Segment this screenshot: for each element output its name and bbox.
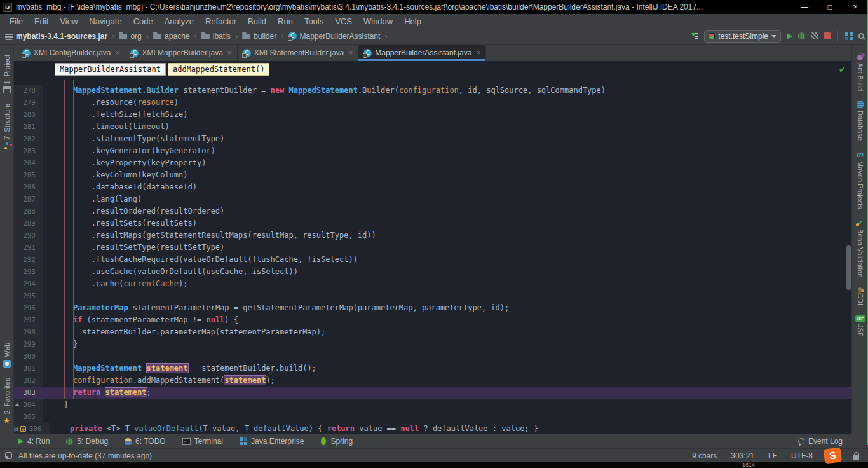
code-line[interactable]: 280 .fetchSize(fetchSize): [14, 109, 851, 121]
toolwindow-button-cdi[interactable]: CDI: [857, 287, 864, 305]
menu-analyze[interactable]: Analyze: [159, 15, 200, 27]
run-button[interactable]: [787, 33, 792, 39]
code-line[interactable]: 284 .keyProperty(keyProperty): [14, 157, 851, 169]
code-line[interactable]: 303 return statement;: [14, 387, 851, 399]
breadcrumb-apache[interactable]: apache: [152, 31, 191, 41]
gutter[interactable]: 299: [14, 338, 43, 350]
menu-run[interactable]: Run: [272, 15, 299, 27]
gutter[interactable]: @+306: [14, 423, 50, 434]
menu-vcs[interactable]: VCS: [329, 15, 358, 27]
gutter[interactable]: 302: [14, 375, 43, 387]
gutter[interactable]: 285: [14, 169, 43, 181]
code-line[interactable]: 282 .statementType(statementType): [14, 133, 851, 145]
gutter[interactable]: 298: [14, 326, 43, 338]
close-icon[interactable]: ×: [476, 48, 480, 57]
maximize-button[interactable]: □: [817, 0, 843, 14]
code-line[interactable]: 287 .lang(lang): [14, 193, 851, 205]
toolwindow-button-spring[interactable]: Spring: [320, 437, 353, 446]
toolwindow-button-database[interactable]: Database: [857, 101, 864, 141]
code-line[interactable]: 294 .cache(currentCache);: [14, 278, 851, 290]
code-line[interactable]: 285 .keyColumn(keyColumn): [14, 169, 851, 181]
gutter[interactable]: 280: [14, 109, 43, 121]
search-everywhere-icon[interactable]: [858, 33, 864, 39]
toolwindow-button-terminal[interactable]: Terminal: [182, 437, 223, 446]
gutter[interactable]: 278: [14, 85, 43, 97]
sogou-ime-badge[interactable]: S: [824, 448, 842, 464]
tab-xmlmapperbuilder-java[interactable]: XMLMapperBuilder.java×: [125, 45, 237, 61]
menu-code[interactable]: Code: [128, 15, 159, 27]
gutter[interactable]: 288: [14, 205, 43, 217]
gutter[interactable]: 305: [14, 411, 43, 423]
toolwindow-button-4-run[interactable]: 4: Run: [18, 437, 50, 446]
gutter[interactable]: 279: [14, 97, 43, 109]
code-line[interactable]: 289 .resultSets(resultSets): [14, 217, 851, 230]
toolwindow-button-web[interactable]: Web: [3, 343, 11, 367]
gutter[interactable]: 282: [14, 133, 43, 145]
menu-view[interactable]: View: [54, 15, 83, 27]
code-line[interactable]: 283 .keyGenerator(keyGenerator): [14, 145, 851, 157]
code-line[interactable]: 304 }: [14, 399, 851, 411]
encoding-widget[interactable]: UTF-8: [791, 451, 813, 460]
toolwindow-switcher-icon[interactable]: [5, 452, 12, 459]
breadcrumb-mapperbuilderassistant[interactable]: MapperBuilderAssistant: [287, 31, 382, 41]
line-separator-widget[interactable]: LF: [768, 451, 777, 460]
gutter[interactable]: 287: [14, 193, 43, 205]
menu-refactor[interactable]: Refactor: [200, 15, 242, 27]
gutter[interactable]: 281: [14, 121, 43, 133]
breadcrumb-ibatis[interactable]: ibatis: [200, 31, 232, 41]
code-line[interactable]: 295: [14, 290, 851, 302]
tab-xmlstatementbuilder-java[interactable]: XMLStatementBuilder.java×: [238, 45, 358, 61]
gutter[interactable]: 297: [14, 314, 43, 326]
gutter[interactable]: 300: [14, 350, 43, 362]
toolwindow-button-maven-projects[interactable]: Maven Projects: [857, 151, 864, 209]
code-line[interactable]: @+306 private <T> T valueOrDefault(T val…: [14, 423, 851, 434]
toolwindow-button-6-todo[interactable]: 6: TODO: [125, 437, 166, 446]
menu-tools[interactable]: Tools: [299, 15, 329, 27]
readonly-lock-icon[interactable]: [853, 455, 859, 460]
toolwindow-button-5-debug[interactable]: 5: Debug: [66, 437, 108, 446]
gutter[interactable]: 304: [14, 399, 43, 411]
gutter[interactable]: 290: [14, 230, 43, 242]
code-line[interactable]: 300: [14, 350, 851, 362]
code-line[interactable]: 297 if (statementParameterMap != null) {: [14, 314, 851, 326]
gutter[interactable]: 294: [14, 278, 43, 290]
gutter[interactable]: 295: [14, 290, 43, 302]
sort-lines-icon[interactable]: [691, 32, 698, 40]
stop-button[interactable]: [824, 32, 831, 39]
toolwindow-button-7-structure[interactable]: 7: Structure: [3, 104, 11, 145]
gutter[interactable]: 289: [14, 217, 43, 230]
toolwindow-button-bean-validation[interactable]: Bean Validation: [857, 219, 864, 277]
menu-help[interactable]: Help: [398, 15, 427, 27]
menu-build[interactable]: Build: [242, 15, 272, 27]
breadcrumb-org[interactable]: org: [118, 31, 142, 41]
breadcrumb-builder[interactable]: builder: [241, 31, 278, 41]
fold-collapse-icon[interactable]: [15, 403, 20, 406]
minimize-button[interactable]: —: [792, 0, 817, 14]
toolwindow-button-jsf[interactable]: JSF: [855, 315, 865, 337]
code-line[interactable]: 298 statementBuilder.parameterMap(statem…: [14, 326, 851, 338]
gutter[interactable]: 292: [14, 254, 43, 266]
fold-expand-icon[interactable]: +: [20, 426, 26, 432]
code-line[interactable]: 302 configuration.addMappedStatement(sta…: [14, 375, 851, 387]
code-line[interactable]: 293 .useCache(valueOrDefault(useCache, i…: [14, 266, 851, 278]
menu-edit[interactable]: Edit: [29, 15, 54, 27]
code-line[interactable]: 301 MappedStatement statement = statemen…: [14, 362, 851, 375]
scrollbar-thumb[interactable]: [846, 245, 851, 290]
toolwindow-button-ant-build[interactable]: Ant Build: [857, 55, 864, 91]
code-line[interactable]: 286 .databaseId(databaseId): [14, 181, 851, 193]
gutter[interactable]: 286: [14, 181, 43, 193]
toolwindow-layout-icon[interactable]: [845, 32, 853, 40]
menu-file[interactable]: File: [4, 15, 29, 27]
code-line[interactable]: 291 .resultSetType(resultSetType): [14, 242, 851, 254]
gutter[interactable]: 301: [14, 362, 43, 375]
close-icon[interactable]: ×: [227, 48, 232, 57]
toolwindow-button-1-project[interactable]: 1: Project: [3, 55, 11, 93]
event-log-button[interactable]: Event Log: [798, 437, 843, 446]
code-line[interactable]: 305: [14, 411, 851, 423]
gutter[interactable]: 296: [14, 302, 43, 314]
gutter[interactable]: 293: [14, 266, 43, 278]
code-line[interactable]: 281 .timeout(timeout): [14, 121, 851, 133]
run-with-coverage-button[interactable]: [811, 32, 818, 39]
code-line[interactable]: 292 .flushCacheRequired(valueOrDefault(f…: [14, 254, 851, 266]
toolwindow-button-java-enterprise[interactable]: Java Enterprise: [240, 437, 304, 446]
